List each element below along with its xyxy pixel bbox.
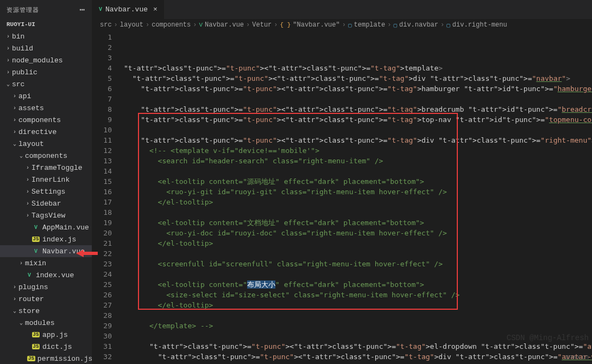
code-line[interactable]: "t-attr">class"t-punc">="t-punc"><"t-att… bbox=[124, 114, 592, 125]
tree-label: dict.js bbox=[42, 343, 72, 351]
breadcrumb-item[interactable]: Vetur bbox=[252, 21, 272, 29]
code-line[interactable] bbox=[124, 248, 592, 259]
tree-item[interactable]: ›InnerLink bbox=[0, 174, 92, 186]
tree-item[interactable]: ›Settings bbox=[0, 186, 92, 197]
code-line[interactable]: </template> --> bbox=[124, 321, 592, 331]
tree-item[interactable]: ›components bbox=[0, 114, 92, 126]
code-line[interactable]: "t-attr">class"t-punc">="t-punc"><"t-att… bbox=[124, 104, 592, 114]
breadcrumb-item[interactable]: ▢div.right-menu bbox=[446, 21, 507, 29]
code-line[interactable] bbox=[124, 310, 592, 321]
tree-label: build bbox=[12, 44, 33, 53]
chevron-icon: ⌄ bbox=[17, 320, 25, 326]
tree-label: permission.js bbox=[37, 355, 92, 363]
code-line[interactable] bbox=[124, 207, 592, 218]
code-line[interactable]: "t-attr">class"t-punc">="t-punc"><"t-att… bbox=[124, 84, 592, 94]
chevron-icon: › bbox=[17, 260, 25, 266]
element-icon: ▢ bbox=[446, 22, 450, 29]
tree-label: layout bbox=[18, 140, 44, 148]
tree-item[interactable]: ⌄components bbox=[0, 150, 92, 162]
tree-item[interactable]: ›plugins bbox=[0, 281, 92, 293]
tree-item[interactable]: ·VNavbar.vue bbox=[0, 245, 92, 257]
code-line[interactable]: </el-tooltip> bbox=[124, 300, 592, 310]
code-line[interactable]: "t-attr">class"t-punc">="t-punc"><"t-att… bbox=[124, 63, 592, 73]
chevron-icon: ⌄ bbox=[4, 81, 12, 87]
code-editor[interactable]: 1234567891011121314151617181920212223242… bbox=[92, 31, 592, 364]
tree-item[interactable]: ›assets bbox=[0, 102, 92, 114]
tree-label: public bbox=[12, 68, 37, 76]
tree-item[interactable]: ›mixin bbox=[0, 257, 92, 269]
code-line[interactable] bbox=[124, 269, 592, 279]
code-line[interactable]: "t-attr">class"t-punc">="t-punc"><"t-att… bbox=[124, 73, 592, 84]
tree-item[interactable]: ⌄store bbox=[0, 305, 92, 317]
chevron-icon: › bbox=[4, 69, 12, 75]
breadcrumb-item[interactable]: src bbox=[100, 21, 112, 29]
vue-icon: V bbox=[199, 22, 203, 28]
tree-item[interactable]: ›bin bbox=[0, 30, 92, 42]
close-icon[interactable]: × bbox=[153, 5, 158, 14]
breadcrumb-item[interactable]: layout bbox=[120, 21, 143, 29]
breadcrumb-item[interactable]: { }"Navbar.vue" bbox=[280, 21, 340, 29]
code-line[interactable] bbox=[124, 125, 592, 135]
tree-item[interactable]: ›public bbox=[0, 66, 92, 78]
code-line[interactable]: <ruo-yi-doc id="ruoyi-doc" class="right-… bbox=[124, 228, 592, 238]
tree-item[interactable]: ·JSindex.js bbox=[0, 233, 92, 245]
watermark-csdn: CSDN @Ming-Alfresh bbox=[507, 334, 589, 342]
tree-item[interactable]: ›router bbox=[0, 293, 92, 305]
tree-item[interactable]: ·Vindex.vue bbox=[0, 269, 92, 281]
tree-item[interactable]: ›IframeToggle bbox=[0, 162, 92, 174]
code-line[interactable]: </el-tooltip> bbox=[124, 197, 592, 207]
project-name[interactable]: RUOYI-UI bbox=[0, 20, 92, 29]
code-line[interactable] bbox=[124, 94, 592, 104]
breadcrumb-item[interactable]: ▢div.navbar bbox=[393, 21, 438, 29]
chevron-icon: › bbox=[4, 58, 12, 63]
breadcrumb-item[interactable]: ▢template bbox=[348, 21, 385, 29]
code-line[interactable]: <!-- <template v-if="device!=='mobile'"> bbox=[124, 145, 592, 156]
breadcrumb[interactable]: src›layout›components›VNavbar.vue›Vetur›… bbox=[92, 19, 592, 31]
code-line[interactable]: </el-tooltip> bbox=[124, 238, 592, 248]
sidebar-header: 资源管理器 ⋯ bbox=[0, 0, 92, 20]
tree-item[interactable]: ›Sidebar bbox=[0, 197, 92, 209]
code-line[interactable]: <el-tooltip content="文档地址" effect="dark"… bbox=[124, 218, 592, 228]
tree-item[interactable]: ·JSpermission.js bbox=[0, 353, 92, 364]
editor-tabs: V Navbar.vue × bbox=[92, 0, 592, 19]
code-area[interactable]: "t-attr">class"t-punc">="t-punc"><"t-att… bbox=[119, 31, 592, 364]
tree-label: assets bbox=[18, 104, 44, 112]
code-line[interactable]: <search id="header-search" class="right-… bbox=[124, 156, 592, 166]
tree-label: store bbox=[18, 307, 40, 315]
chevron-icon: › bbox=[24, 177, 32, 183]
breadcrumb-item[interactable]: VNavbar.vue bbox=[199, 21, 244, 29]
code-line[interactable]: "t-attr">class"t-punc">="t-punc"><"t-att… bbox=[124, 341, 592, 352]
code-line[interactable]: <el-tooltip content="源码地址" effect="dark"… bbox=[124, 176, 592, 187]
code-line[interactable] bbox=[124, 166, 592, 176]
tree-item[interactable]: ›TagsView bbox=[0, 209, 92, 221]
tree-item[interactable]: ›build bbox=[0, 42, 92, 54]
tree-item[interactable]: ›api bbox=[0, 90, 92, 102]
tree-item[interactable]: ·JSapp.js bbox=[0, 329, 92, 341]
more-icon[interactable]: ⋯ bbox=[79, 4, 85, 15]
tree-label: components bbox=[25, 152, 67, 160]
tree-label: plugins bbox=[18, 283, 48, 291]
tree-item[interactable]: ⌄layout bbox=[0, 138, 92, 150]
tree-label: app.js bbox=[42, 331, 68, 339]
tree-item[interactable]: ⌄src bbox=[0, 78, 92, 90]
file-tree: ›bin›build›node_modules›public⌄src›api›a… bbox=[0, 29, 92, 364]
js-icon: JS bbox=[27, 356, 35, 361]
tab-navbar[interactable]: V Navbar.vue × bbox=[92, 0, 165, 19]
tree-item[interactable]: ⌄modules bbox=[0, 317, 92, 329]
breadcrumb-item[interactable]: components bbox=[152, 21, 191, 29]
tree-item[interactable]: ›node_modules bbox=[0, 54, 92, 66]
chevron-icon: › bbox=[11, 129, 18, 135]
code-line[interactable]: <size-select id="size-select" class="rig… bbox=[124, 290, 592, 300]
code-line[interactable]: "t-attr">class"t-punc">="t-punc"><"t-att… bbox=[124, 135, 592, 145]
code-line[interactable]: <el-tooltip content="布局大小" effect="dark"… bbox=[124, 279, 592, 290]
tree-item[interactable]: ›directive bbox=[0, 126, 92, 138]
chevron-icon: › bbox=[11, 284, 18, 290]
code-line[interactable]: "t-attr">class"t-punc">="t-punc"><"t-att… bbox=[124, 362, 592, 364]
tree-item[interactable]: ·VAppMain.vue bbox=[0, 221, 92, 233]
code-line[interactable]: "t-attr">class"t-punc">="t-punc"><"t-att… bbox=[124, 352, 592, 362]
editor-main: V Navbar.vue × src›layout›components›VNa… bbox=[92, 0, 592, 364]
code-line[interactable]: <ruo-yi-git id="ruoyi-git" class="right-… bbox=[124, 187, 592, 197]
code-line[interactable]: <screenfull id="screenfull" class="right… bbox=[124, 259, 592, 269]
tree-label: Navbar.vue bbox=[42, 247, 85, 256]
tree-item[interactable]: ·JSdict.js bbox=[0, 341, 92, 353]
